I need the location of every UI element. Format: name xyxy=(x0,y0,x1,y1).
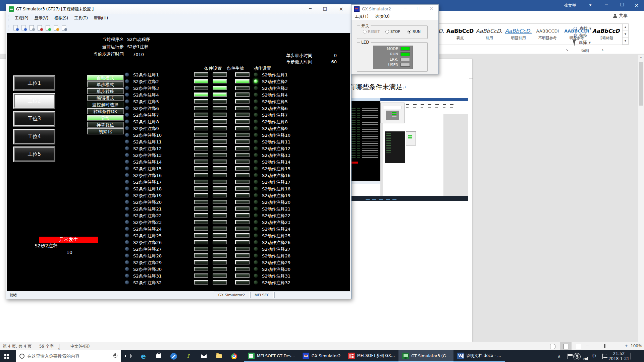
print-layout-icon[interactable] xyxy=(564,344,569,349)
select-button[interactable]: 选择 ▼ xyxy=(574,39,607,46)
stop-simulation-icon[interactable] xyxy=(37,24,43,31)
gt-maximize-button[interactable]: □ xyxy=(319,6,331,11)
table-row: S2条件注释3S2动作注释3 xyxy=(7,85,350,92)
style-item[interactable]: AaBbCcD要点 xyxy=(445,24,475,45)
scrollbar-thumb[interactable] xyxy=(639,62,643,106)
style-sample: AaBbCcD xyxy=(446,28,474,34)
zoom-slider-thumb[interactable] xyxy=(604,344,605,348)
vertical-scrollbar[interactable]: ▲ xyxy=(638,55,644,342)
gt-menu-item[interactable]: 帮助(H) xyxy=(91,15,111,21)
web-layout-icon[interactable] xyxy=(576,344,581,349)
store-icon[interactable] xyxy=(151,350,166,362)
zoom-level[interactable]: 100% xyxy=(631,344,642,348)
device-monitor-icon[interactable] xyxy=(53,24,59,31)
gt-title-bar[interactable]: GT Simulator3 (GT27) [工程标题未设置 ] ─ □ × xyxy=(6,4,351,14)
share-button[interactable]: 共享 xyxy=(613,13,628,19)
gallery-scroll-down-icon[interactable]: ▼ xyxy=(623,31,628,38)
gx-close-button[interactable]: × xyxy=(426,6,436,11)
language-indicator[interactable]: 中文(中国) xyxy=(70,344,90,349)
save-project-icon[interactable] xyxy=(20,24,27,31)
style-item[interactable]: AaBbCcD.引用 xyxy=(475,24,504,45)
ribbon-collapse-icon[interactable]: ∧ xyxy=(601,48,604,52)
open-project-icon[interactable] xyxy=(12,24,19,31)
gx-menu-item[interactable]: 工具(T) xyxy=(352,14,372,19)
gt-menu-item[interactable]: 工具(T) xyxy=(71,15,91,21)
radio-run[interactable]: RUN xyxy=(408,29,421,34)
hmi-column-header: 条件设置 xyxy=(204,65,222,71)
word-count[interactable]: 59 个字 xyxy=(39,344,54,349)
action-center-icon[interactable] xyxy=(631,353,644,359)
table-row: S2条件注释8S2动作注释8 xyxy=(7,118,350,125)
taskbar-app-button[interactable]: 说明文档.docx - ... xyxy=(453,350,505,362)
edge-icon[interactable]: e xyxy=(136,350,151,362)
microphone-icon[interactable] xyxy=(113,353,117,359)
condition-led xyxy=(125,146,129,150)
table-row: S2条件注释17S2动作注释17 xyxy=(7,179,350,185)
mail-icon[interactable] xyxy=(196,350,211,362)
read-mode-icon[interactable] xyxy=(550,344,555,349)
gx-title-bar[interactable]: GX Simulator2 ─ □ × xyxy=(352,5,438,13)
taskbar-app-button[interactable]: MELSOFT系列 GX... xyxy=(344,350,398,362)
gt-close-button[interactable]: × xyxy=(335,6,347,12)
gallery-scroll-up-icon[interactable]: ▲ xyxy=(623,24,628,31)
page-indicator[interactable]: 第 4 页, 共 4 页 xyxy=(3,344,32,349)
find-button[interactable]: 查找 ▼ xyxy=(574,25,607,32)
condition-led xyxy=(125,139,129,144)
table-row: S2条件注释12S2动作注释12 xyxy=(7,145,350,152)
clock[interactable]: 21:52 2018-1-31 xyxy=(607,351,631,361)
action-label: S2动作注释12 xyxy=(262,146,290,152)
taskbar-app-button[interactable]: GX Simulator2 xyxy=(299,350,344,362)
action-led xyxy=(254,113,258,117)
chrome-icon[interactable] xyxy=(226,350,241,362)
start-simulation-icon[interactable] xyxy=(29,24,35,31)
gt-minimize-button[interactable]: ─ xyxy=(304,6,316,11)
gallery-more-icon[interactable]: ▼ xyxy=(623,38,628,45)
action-set-indicator xyxy=(235,206,250,211)
gx-maximize-button[interactable]: □ xyxy=(414,6,424,10)
condition-led xyxy=(125,173,129,177)
gx-minimize-button[interactable]: ─ xyxy=(400,6,410,10)
document-text-line[interactable]: 有哪些条件未满足↵ xyxy=(349,82,406,92)
style-item[interactable]: AaBbCcD.明显引用 xyxy=(504,24,533,45)
action-set-indicator xyxy=(235,227,250,231)
proofing-status-icon[interactable] xyxy=(59,344,59,349)
gt-menu-item[interactable]: 显示(V) xyxy=(32,15,52,21)
zoom-out-button[interactable]: − xyxy=(586,344,589,348)
gx-menu-item[interactable]: 选项(O) xyxy=(372,14,393,19)
replace-button[interactable]: abac 替换 xyxy=(574,32,607,39)
gx-menu-bar: 工具(T)选项(O) xyxy=(352,13,438,20)
zoom-slider-track[interactable] xyxy=(590,346,623,346)
word-close-button[interactable]: × xyxy=(632,2,642,8)
word-user-name[interactable]: 张文举 xyxy=(564,3,576,8)
tray-chevron-up-icon[interactable]: ∧ xyxy=(555,354,564,359)
ribbon-display-options-icon[interactable]: ⌅ xyxy=(585,2,595,7)
style-item[interactable]: AABBCCDI不明显参考 xyxy=(533,24,562,45)
styles-gallery-scrollbar[interactable]: ▲ ▼ ▼ xyxy=(623,23,629,45)
task-view-icon[interactable] xyxy=(121,350,136,362)
gt-menu-item[interactable]: 工程(P) xyxy=(12,15,32,21)
gt-menu-item[interactable]: 模拟(S) xyxy=(51,15,71,21)
zoom-in-button[interactable]: + xyxy=(625,344,628,348)
embedded-screenshot-image[interactable] xyxy=(345,98,468,201)
radio-circle-icon xyxy=(408,30,411,34)
option-icon[interactable] xyxy=(61,24,67,31)
action-set-indicator xyxy=(235,247,250,251)
ime-indicator[interactable]: 中 xyxy=(590,353,598,359)
condition-led xyxy=(125,160,129,164)
music-icon[interactable]: ♪ xyxy=(181,350,196,362)
settings-icon[interactable] xyxy=(166,350,181,362)
file-explorer-icon[interactable] xyxy=(211,350,226,362)
word-restore-button[interactable]: ❐ xyxy=(617,2,627,7)
battery-icon[interactable] xyxy=(564,354,572,359)
scroll-up-icon[interactable]: ▲ xyxy=(638,55,644,60)
taskbar-app-button[interactable]: MELSOFT GT Des... xyxy=(244,350,299,362)
styles-dialog-launcher-icon[interactable]: ↘ xyxy=(566,48,568,52)
touch-keyboard-icon[interactable] xyxy=(598,354,607,359)
start-button[interactable] xyxy=(0,350,16,362)
taskbar-search-box[interactable]: 在这里输入你要搜索的内容 xyxy=(16,350,121,362)
taskbar-app-button[interactable]: GT Simulator3 (G... xyxy=(398,350,453,362)
drawing-software-icon[interactable] xyxy=(45,24,51,31)
word-minimize-button[interactable]: ─ xyxy=(601,2,611,7)
action-label: S2动作注释6 xyxy=(262,106,288,112)
radio-stop[interactable]: STOP xyxy=(385,29,400,34)
